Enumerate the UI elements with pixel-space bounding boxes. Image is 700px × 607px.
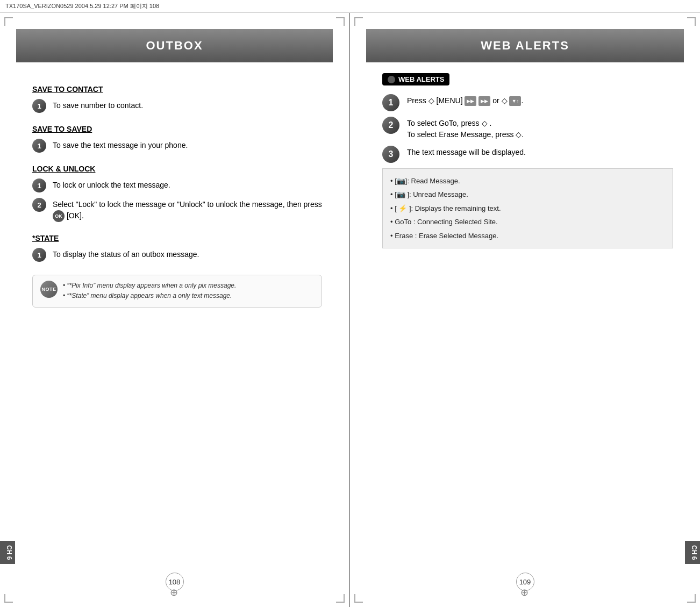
- step-text-save-contact-1: To save number to contact.: [53, 99, 143, 111]
- section-lock-unlock-title: LOCK & UNLOCK: [32, 165, 322, 173]
- corner-tr: [336, 17, 345, 26]
- section-state-title: *STATE: [32, 234, 322, 242]
- info-list: • [📷]: Read Message. • [📷 ]: Unread Mess…: [390, 174, 665, 242]
- right-corner-br: [687, 594, 696, 603]
- top-bar-text: TX170SA_VERIZON0529 2004.5.29 12:27 PM 페…: [5, 3, 159, 9]
- ok-icon: OK: [53, 210, 65, 222]
- info-item-3: • GoTo : Connecting Selected Site.: [390, 215, 665, 228]
- step-web-1: 1 Press ◇ [MENU] ▶▶ ▶▶ or ◇ ▼↑.: [382, 94, 673, 111]
- step-web-2: 2 To select GoTo, press ◇ . To select Er…: [382, 117, 673, 140]
- step-save-saved-1: 1 To save the text message in your phone…: [32, 139, 322, 153]
- step-circle-lock-2: 2: [32, 198, 46, 212]
- right-page-header: WEB ALERTS: [366, 29, 684, 62]
- nav-icon-1: ▶▶: [465, 96, 476, 106]
- right-corner-bl: [354, 594, 363, 603]
- note-icon: NOTE: [40, 281, 58, 298]
- chapter-tab-right: CH 6: [685, 541, 700, 564]
- badge-label: WEB ALERTS: [398, 75, 444, 83]
- info-item-2: • [ ⚡ ]: Displays the remaining text.: [390, 202, 665, 215]
- step-save-contact-1: 1 To save number to contact.: [32, 99, 322, 113]
- step-text-web-2: To select GoTo, press ◇ . To select Eras…: [407, 117, 524, 140]
- section-save-to-contact-title: SAVE TO CONTACT: [32, 85, 322, 94]
- page-left: CH 6 OUTBOX SAVE TO CONTACT 1 To save nu…: [0, 13, 350, 607]
- top-bar: TX170SA_VERIZON0529 2004.5.29 12:27 PM 페…: [0, 0, 700, 13]
- step-text-web-3: The text message will be displayed.: [407, 146, 526, 158]
- badge-dot: [388, 76, 395, 83]
- note-box: NOTE • “*Pix Info” menu display appears …: [32, 275, 322, 307]
- step-lock-1: 1 To lock or unlock the text message.: [32, 178, 322, 192]
- step-web-3: 3 The text message will be displayed.: [382, 146, 673, 163]
- step-text-web-1: Press ◇ [MENU] ▶▶ ▶▶ or ◇ ▼↑.: [407, 94, 523, 106]
- step-text-save-saved-1: To save the text message in your phone.: [53, 139, 188, 151]
- web-alerts-badge: WEB ALERTS: [382, 73, 449, 85]
- section-save-to-saved-title: SAVE TO SAVED: [32, 125, 322, 133]
- left-page-header: OUTBOX: [16, 29, 333, 62]
- step-text-lock-2: Select "Lock" to lock the message or "Un…: [53, 198, 322, 222]
- step-circle-saved-1: 1: [32, 139, 46, 153]
- step-text-state-1: To display the status of an outbox messa…: [53, 248, 199, 260]
- step-circle-web-2: 2: [382, 117, 399, 134]
- right-reg-mark: [520, 587, 530, 596]
- chapter-tab-left: CH 6: [0, 541, 15, 564]
- corner-br: [336, 594, 345, 603]
- info-item-4: • Erase : Erase Selected Message.: [390, 229, 665, 242]
- info-item-1: • [📷 ]: Unread Message.: [390, 188, 665, 201]
- step-circle-1: 1: [32, 99, 46, 113]
- page-right: CH 6 WEB ALERTS WEB ALERTS 1 Press ◇ [ME…: [350, 13, 700, 607]
- left-page-content: SAVE TO CONTACT 1 To save number to cont…: [0, 62, 349, 318]
- nav-icon-2: ▶▶: [478, 96, 490, 106]
- info-box: • [📷]: Read Message. • [📷 ]: Unread Mess…: [382, 168, 673, 248]
- step-state-1: 1 To display the status of an outbox mes…: [32, 248, 322, 262]
- step-circle-web-3: 3: [382, 146, 399, 163]
- right-corner-tr: [687, 17, 696, 26]
- step-circle-lock-1: 1: [32, 178, 46, 192]
- step-lock-2: 2 Select "Lock" to lock the message or "…: [32, 198, 322, 222]
- note-text: • “*Pix Info” menu display appears when …: [63, 281, 236, 301]
- corner-tl: [4, 17, 13, 26]
- step-text-lock-1: To lock or unlock the text message.: [53, 178, 170, 191]
- step-circle-web-1: 1: [382, 94, 399, 111]
- step-circle-state-1: 1: [32, 248, 46, 262]
- nav-icon-3: ▼↑: [509, 96, 521, 106]
- left-reg-mark: [170, 587, 180, 596]
- right-corner-tl: [354, 17, 363, 26]
- info-item-0: • [📷]: Read Message.: [390, 174, 665, 188]
- right-page-content: WEB ALERTS 1 Press ◇ [MENU] ▶▶ ▶▶ or ◇ ▼…: [350, 62, 700, 259]
- corner-bl: [4, 594, 13, 603]
